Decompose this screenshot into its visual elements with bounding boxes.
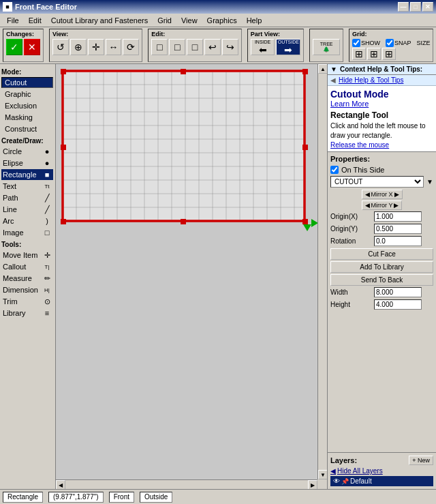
tool-image[interactable]: Image □ [1,227,53,238]
cut-face-button[interactable]: Cut Face [330,248,433,260]
width-row: Width [330,287,433,297]
maximize-button[interactable]: □ [410,2,421,12]
help-header[interactable]: ▼ Context Help & Tool Tips: [328,64,436,75]
menu-help[interactable]: Help [243,15,266,26]
svg-rect-34 [61,69,66,74]
tool-measure[interactable]: Measure ✏ [1,273,53,284]
mode-exclusion[interactable]: Exclusion [1,100,53,111]
cancel-button[interactable]: ✕ [24,39,40,55]
mirror-x-row: ◀ Mirror X ▶ [330,190,433,199]
mirror-y-row: ◀ Mirror Y ▶ [330,201,433,210]
vertical-scrollbar[interactable]: ▲ ▼ [317,64,327,479]
pan-button[interactable]: ✛ [88,39,104,55]
tool-rectangle[interactable]: Rectangle ■ [1,169,53,180]
hide-help-link[interactable]: Hide Help & Tool Tips [339,76,403,84]
cutout-select-row: CUTOUT ▼ [330,176,433,188]
copy-button[interactable]: □ [151,39,168,55]
new-layer-button[interactable]: + New [409,456,433,465]
on-this-side-checkbox[interactable] [330,166,339,174]
height-row: Height [330,299,433,310]
minimize-button[interactable]: — [398,2,409,12]
scrollbar-corner [317,479,327,489]
grid-options: SHOW SNAP SIZE ⊞ ⊞ ⊞ [352,39,430,60]
outside-button[interactable]: OUTSIDE ➡ [276,39,300,55]
show-checkbox[interactable] [352,39,360,47]
tree-button[interactable]: TREE 🌲 [313,39,340,55]
edit-content: □ □ □ ↩ ↪ [151,39,238,55]
grid-size-buttons: ⊞ ⊞ ⊞ [352,48,396,60]
hide-all-layers-button[interactable]: ◀ Hide All Layers [330,467,433,475]
tool-move-item[interactable]: Move Item ✛ [1,250,53,261]
properties-panel: Properties: On This Side CUTOUT ▼ ◀ Mirr… [328,152,436,452]
menu-graphics[interactable]: Graphics [203,15,241,26]
rotate-view-button[interactable]: ⟳ [123,39,139,55]
grid-size-large[interactable]: ⊞ [382,48,396,60]
grid-size-medium[interactable]: ⊞ [367,48,381,60]
learn-more-link[interactable]: Learn More [330,100,369,108]
tool-library[interactable]: Library ≡ [1,308,53,318]
menu-edit[interactable]: Edit [25,15,46,26]
toolbar-area: Changes: ✓ ✕ View: ↺ ⊕ ✛ ↔ ⟳ Edit: □ □ □… [0,27,436,64]
close-button[interactable]: ✕ [422,2,433,12]
menu-file[interactable]: File [3,15,23,26]
tool-text[interactable]: Text Tt [1,181,53,192]
mode-header: Mode: [1,68,54,76]
zoom-fit-button[interactable]: ↺ [52,39,69,55]
tool-arc[interactable]: Arc ) [1,216,53,226]
mirror-y-button[interactable]: ◀ Mirror Y ▶ [362,201,403,210]
height-input[interactable] [374,299,422,310]
mode-cutout[interactable]: Cutout [1,77,53,88]
paste-button[interactable]: □ [169,39,185,55]
tool-circle[interactable]: Circle ● [1,146,53,157]
scroll-left-button[interactable]: ◀ [56,480,65,489]
delete-button[interactable]: □ [187,39,203,55]
add-to-library-button[interactable]: Add To Library [330,261,433,273]
layers-header: Layers: + New [330,456,433,465]
tool-trim[interactable]: Trim ⊙ [1,296,53,307]
horizontal-scrollbar[interactable]: ◀ ▶ [56,479,317,489]
mode-construct[interactable]: Construct [1,123,53,134]
edit-toolbar-label: Edit: [151,31,238,38]
layer-eye-icon[interactable]: 👁 [333,477,340,485]
menu-view[interactable]: View [177,15,202,26]
tool-callout[interactable]: Callout T| [1,261,53,272]
tool-path[interactable]: Path ╱ [1,192,53,203]
menu-grid[interactable]: Grid [153,15,176,26]
cutout-select[interactable]: CUTOUT [330,176,424,188]
tool-line[interactable]: Line ╱ [1,204,53,215]
left-panel: Mode: Cutout Graphic Exclusion Masking C… [0,64,56,489]
scroll-right-button[interactable]: ▶ [308,480,317,489]
zoom-in-button[interactable]: ⊕ [70,39,87,55]
inside-button[interactable]: INSIDE ⬅ [251,39,275,55]
mode-graphic[interactable]: Graphic [1,89,53,100]
mirror-x-left-icon: ◀ [365,191,370,198]
tool-dimension[interactable]: Dimension H| [1,284,53,295]
width-input[interactable] [374,287,422,297]
zoom-out-button[interactable]: ↔ [106,39,122,55]
snap-checkbox[interactable] [386,39,394,47]
status-bar: Rectangle (9.877",1.877") Front Outside [0,489,436,504]
status-side: Outside [140,492,172,503]
redo-button[interactable]: ↪ [222,39,238,55]
svg-rect-1 [63,71,305,221]
changes-group: Changes: ✓ ✕ [3,29,44,62]
mirror-x-button[interactable]: ◀ Mirror X ▶ [362,190,403,199]
undo-button[interactable]: ↩ [204,39,221,55]
send-to-back-button[interactable]: Send To Back [330,274,433,286]
scroll-down-button[interactable]: ▼ [318,470,327,479]
mode-masking[interactable]: Masking [1,112,53,123]
grid-size-small[interactable]: ⊞ [352,48,366,60]
layer-default[interactable]: 👁 📌 Default [330,476,433,486]
right-panel: ▼ Context Help & Tool Tips: ◀ Hide Help … [327,64,436,489]
scroll-up-button[interactable]: ▲ [318,64,327,74]
canvas-area[interactable]: ▲ ▼ ◀ ▶ [56,64,327,489]
origin-y-input[interactable] [374,224,422,234]
menu-cutout-library[interactable]: Cutout Library and Fasteners [47,15,152,26]
origin-x-input[interactable] [374,211,422,222]
tool-elipse[interactable]: Elipse ● [1,158,53,168]
release-link[interactable]: Release the mouse [330,141,389,149]
layers-panel: Layers: + New ◀ Hide All Layers 👁 📌 Defa… [328,452,436,489]
rotation-input[interactable] [374,236,422,246]
origin-y-row: Origin(Y) [330,224,433,234]
check-button[interactable]: ✓ [6,39,22,55]
